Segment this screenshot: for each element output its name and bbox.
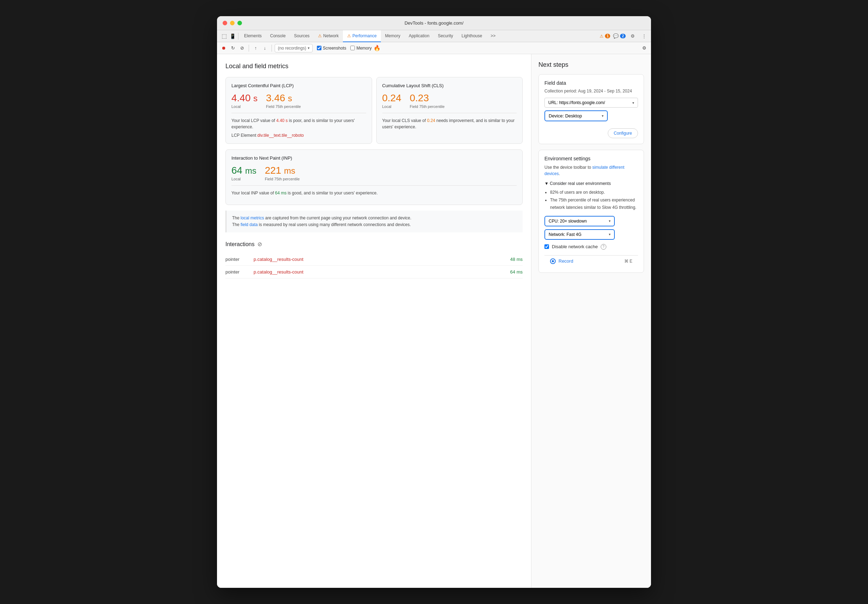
tab-performance[interactable]: ⚠ Performance xyxy=(343,30,381,42)
record-button[interactable]: ⏺ xyxy=(220,44,228,52)
secondary-toolbar: ⏺ ↻ ⊘ ↑ ↓ (no recordings) ▾ Screenshots … xyxy=(217,42,651,54)
tab-application[interactable]: Application xyxy=(405,30,434,42)
field-data-link[interactable]: field data xyxy=(240,222,258,227)
more-options-icon[interactable]: ⋮ xyxy=(640,32,648,40)
disable-cache-checkbox[interactable] xyxy=(544,244,549,249)
url-dropdown[interactable]: URL: https://fonts.google.com/ ▾ xyxy=(544,98,638,108)
interaction-row: pointer p.catalog__results-count 48 ms xyxy=(225,253,522,266)
lcp-local-label: Local xyxy=(231,104,257,108)
env-settings-section: Environment settings Use the device tool… xyxy=(538,150,644,273)
local-metrics-link[interactable]: local metrics xyxy=(240,215,264,220)
titlebar: DevTools - fonts.google.com/ xyxy=(217,16,651,30)
lcp-field-value: 3.46 s xyxy=(266,93,301,104)
next-steps-title: Next steps xyxy=(538,61,644,68)
network-warning-icon: ⚠ xyxy=(318,33,322,38)
interaction-type-2: pointer xyxy=(225,269,254,274)
collection-period: Collection period: Aug 19, 2024 - Sep 15… xyxy=(544,88,638,93)
inspect-icon[interactable]: ⬚ xyxy=(220,32,228,40)
chat-indicator[interactable]: 💬 2 xyxy=(613,33,626,39)
device-dropdown-arrow-icon: ▾ xyxy=(602,114,603,118)
cpu-dropdown-arrow-icon: ▾ xyxy=(609,219,611,223)
tab-security[interactable]: Security xyxy=(434,30,457,42)
tab-sources[interactable]: Sources xyxy=(290,30,314,42)
metrics-grid: Largest Contentful Paint (LCP) 4.40 s Lo… xyxy=(225,77,522,144)
cls-desc-value: 0.24 xyxy=(427,118,435,123)
warning-indicator[interactable]: ⚠ 1 xyxy=(600,34,611,39)
cls-card: Cumulative Layout Shift (CLS) 0.24 Local… xyxy=(376,77,523,144)
lcp-field: 3.46 s Field 75th percentile xyxy=(266,93,301,108)
tab-lighthouse[interactable]: Lighthouse xyxy=(457,30,487,42)
settings-icon[interactable]: ⚙ xyxy=(628,32,637,40)
traffic-lights xyxy=(223,21,242,25)
memory-checkbox[interactable] xyxy=(350,46,355,50)
env-description: Use the device toolbar to simulate diffe… xyxy=(544,164,638,177)
dropdown-arrow-icon: ▾ xyxy=(308,46,310,50)
screenshots-checkbox[interactable] xyxy=(317,46,321,50)
configure-button[interactable]: Configure xyxy=(608,129,638,138)
inp-card: Interaction to Next Paint (INP) 64 ms Lo… xyxy=(225,149,522,205)
tab-console[interactable]: Console xyxy=(266,30,290,42)
inp-local-value: 64 ms xyxy=(231,165,256,176)
refresh-record-button[interactable]: ↻ xyxy=(229,44,237,52)
tab-elements[interactable]: Elements xyxy=(240,30,266,42)
minimize-button[interactable] xyxy=(230,21,235,25)
tab-bar: ⬚ 📱 Elements Console Sources ⚠ Network ⚠… xyxy=(217,30,651,42)
flame-chart-icon[interactable]: 🔥 xyxy=(373,44,381,52)
record-circle-icon xyxy=(550,259,556,264)
field-data-section: Field data Collection period: Aug 19, 20… xyxy=(538,74,644,144)
network-dropdown-arrow-icon: ▾ xyxy=(609,232,611,236)
devtools-window: DevTools - fonts.google.com/ ⬚ 📱 Element… xyxy=(217,16,651,588)
settings-gear-icon[interactable]: ⚙ xyxy=(640,44,648,52)
cls-local-label: Local xyxy=(382,104,401,108)
record-label[interactable]: Record xyxy=(558,259,573,264)
memory-checkbox-group: Memory xyxy=(350,46,371,51)
cls-local-value: 0.24 xyxy=(382,93,401,104)
consider-item-2: The 75th percentile of real users experi… xyxy=(550,197,638,212)
left-panel: Local and field metrics Largest Contentf… xyxy=(217,54,532,588)
interactions-section: Interactions ⊘ xyxy=(225,241,522,248)
separator xyxy=(238,33,239,40)
download-button[interactable]: ↓ xyxy=(261,44,269,52)
simulate-devices-link[interactable]: simulate different devices xyxy=(544,165,624,176)
window-title: DevTools - fonts.google.com/ xyxy=(223,20,645,26)
chat-icon: 💬 xyxy=(613,33,618,39)
interaction-element-2[interactable]: p.catalog__results-count xyxy=(254,269,510,274)
close-button[interactable] xyxy=(223,21,227,25)
interaction-time-1: 48 ms xyxy=(510,257,522,262)
tab-memory[interactable]: Memory xyxy=(381,30,405,42)
consider-title: ▼ Consider real user environments xyxy=(544,181,638,186)
warning-badge: 1 xyxy=(605,34,611,38)
performance-warning-icon: ⚠ xyxy=(347,33,351,38)
maximize-button[interactable] xyxy=(237,21,242,25)
chat-badge: 2 xyxy=(620,34,626,38)
recording-dropdown[interactable]: (no recordings) ▾ xyxy=(275,44,313,53)
record-shortcut: ⌘ E xyxy=(624,259,632,264)
lcp-local: 4.40 s Local xyxy=(231,93,257,108)
field-data-title: Field data xyxy=(544,80,638,86)
cls-field-value: 0.23 xyxy=(410,93,445,104)
inp-description: Your local INP value of 64 ms is good, a… xyxy=(231,190,517,196)
help-icon[interactable]: ? xyxy=(601,244,606,249)
inp-local: 64 ms Local xyxy=(231,165,256,181)
separator xyxy=(271,45,272,52)
info-box: The local metrics are captured from the … xyxy=(225,211,522,232)
screenshots-checkbox-group: Screenshots xyxy=(317,46,346,51)
lcp-local-value: 4.40 s xyxy=(231,93,257,104)
interaction-element-1[interactable]: p.catalog__results-count xyxy=(254,257,510,262)
lcp-card: Largest Contentful Paint (LCP) 4.40 s Lo… xyxy=(225,77,372,144)
cpu-dropdown[interactable]: CPU: 20× slowdown ▾ xyxy=(544,216,615,226)
upload-button[interactable]: ↑ xyxy=(252,44,260,52)
separator xyxy=(249,45,249,52)
cls-description: Your local CLS value of 0.24 needs impro… xyxy=(382,118,517,130)
tab-network[interactable]: ⚠ Network xyxy=(314,30,343,42)
inp-local-label: Local xyxy=(231,177,256,181)
lcp-element-link[interactable]: div.tile__text.tile__roboto xyxy=(257,133,304,138)
tab-more[interactable]: >> xyxy=(487,30,500,42)
device-icon[interactable]: 📱 xyxy=(228,32,237,40)
stop-button[interactable]: ⊘ xyxy=(238,44,246,52)
network-dropdown[interactable]: Network: Fast 4G ▾ xyxy=(544,229,615,240)
lcp-element: LCP Element div.tile__text.tile__roboto xyxy=(231,133,366,138)
cls-field-label: Field 75th percentile xyxy=(410,104,445,108)
device-dropdown[interactable]: Device: Desktop ▾ xyxy=(544,110,608,121)
env-settings-title: Environment settings xyxy=(544,156,638,161)
